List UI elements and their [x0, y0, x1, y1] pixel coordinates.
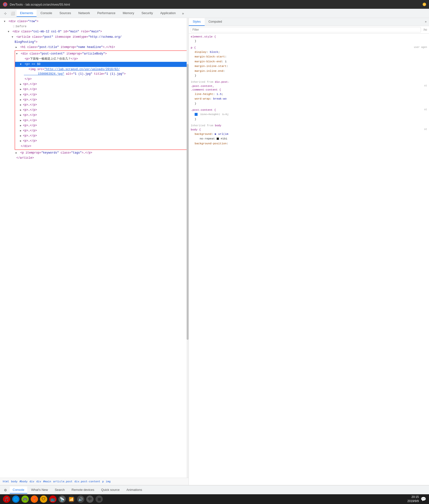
html-line[interactable]: <div class="post-content" itemprop="arti… [15, 51, 187, 56]
taskbar-app-icon[interactable]: 🎵 [3, 495, 10, 503]
styles-tab[interactable]: Styles [189, 18, 205, 26]
html-line-selected[interactable]: <p> == $0 [15, 62, 187, 67]
css-source-link[interactable]: user agen [414, 46, 427, 49]
minimize-button[interactable]: — [423, 3, 426, 6]
css-selector-2[interactable]: .comment-content { [191, 88, 427, 91]
tab-network[interactable]: Network [75, 10, 94, 17]
html-line[interactable]: <p>…</p> [15, 87, 187, 92]
html-line[interactable]: <p>…</p> [15, 97, 187, 102]
breadcrumb-div2[interactable]: div [36, 480, 42, 483]
triangle-icon[interactable] [16, 52, 19, 56]
html-line[interactable]: <p>…</p> [15, 128, 187, 133]
css-prop-background-cont[interactable]: no-repeat #1b1 [191, 136, 427, 141]
html-line[interactable]: </article> [0, 156, 189, 161]
css-prop-margin-inline-end[interactable]: margin-inline-end: [191, 69, 427, 73]
breadcrumb-p[interactable]: p [101, 480, 105, 483]
breadcrumb-article[interactable]: article.post [52, 480, 73, 483]
triangle-icon[interactable] [20, 93, 23, 97]
html-line[interactable]: <article class="post" itemscope itemtype… [0, 35, 189, 40]
breadcrumb-body-id[interactable]: #body [19, 480, 28, 483]
triangle-icon[interactable] [8, 30, 11, 34]
css-selector[interactable]: body { st [191, 128, 427, 131]
triangle-icon[interactable] [20, 98, 23, 102]
btab-search[interactable]: Search [52, 486, 68, 494]
triangle-icon[interactable] [20, 88, 23, 92]
breadcrumb-div1[interactable]: div [29, 480, 35, 483]
css-selector[interactable]: p { user agen [191, 46, 427, 49]
taskbar-cam-icon[interactable]: 📡 [58, 495, 66, 503]
html-line[interactable]: <p itemprop="keywords" class="tags">…</p… [0, 150, 189, 156]
html-line[interactable]: <p>下面每一幅都是上亿？你造几？</p> [15, 56, 187, 62]
triangle-icon[interactable] [16, 151, 19, 155]
html-line[interactable]: </p> [15, 77, 187, 82]
taskbar-gpu-icon[interactable]: 🎮 [21, 495, 29, 503]
html-line[interactable]: <img src="http://lab.scrapyd.cn/usr/uplo… [15, 67, 187, 77]
triangle-icon[interactable] [20, 134, 23, 138]
triangle-icon[interactable] [20, 108, 23, 112]
html-line[interactable]: <p>…</p> [15, 138, 187, 144]
html-line[interactable]: <div class="col-mb-12 col-8" id="main" r… [0, 29, 189, 34]
css-source-link[interactable]: st [424, 108, 427, 111]
device-toolbar-button[interactable]: ⬜ [9, 10, 16, 17]
css-prop-line-height[interactable]: line-height: 1.5; [191, 92, 427, 97]
html-line[interactable]: <div class="row"> [0, 19, 189, 24]
taskbar-maps-icon[interactable]: 📍 [31, 495, 38, 503]
html-line[interactable]: BlogPosting"> [0, 40, 189, 45]
btab-animations[interactable]: Animations [124, 486, 145, 494]
btab-remote-devices[interactable]: Remote devices [69, 486, 97, 494]
triangle-icon[interactable] [20, 103, 23, 107]
tab-performance[interactable]: Performance [94, 10, 119, 17]
taskbar-wifi-icon[interactable]: 📶 [68, 495, 75, 503]
css-prop-background[interactable]: background: ▶ url(im [191, 132, 427, 137]
styles-filter-input[interactable] [191, 27, 421, 32]
breadcrumb-main[interactable]: #main [42, 480, 52, 483]
triangle-icon[interactable] [20, 119, 23, 123]
taskbar-ime-icon[interactable]: 中 [86, 495, 94, 503]
breadcrumb-html[interactable]: html [2, 480, 10, 483]
css-prop-background-position[interactable]: background-position: [191, 141, 427, 146]
css-selector[interactable]: .post-content { st [191, 108, 427, 111]
tab-sources[interactable]: Sources [56, 10, 75, 17]
more-tabs-button[interactable]: » [181, 10, 185, 16]
css-prop-line-height-strikethrough[interactable]: line-height: 1.5; [191, 112, 427, 117]
inspect-element-button[interactable]: ⊹ [2, 10, 9, 17]
vertical-scrollbar[interactable] [187, 18, 189, 478]
btab-quick-source[interactable]: Quick source [98, 486, 123, 494]
scrollbar-thumb[interactable] [187, 64, 189, 340]
css-prop-display[interactable]: display: block; [191, 50, 427, 55]
html-line[interactable]: <p>…</p> [15, 102, 187, 108]
triangle-icon[interactable] [12, 35, 15, 39]
html-line[interactable]: <p>…</p> [15, 118, 187, 123]
elements-content[interactable]: <div class="row"> ::before <div class="c… [0, 18, 189, 478]
taskbar-media-icon[interactable]: 📺 [49, 495, 57, 503]
html-line[interactable]: <p>…</p> [15, 133, 187, 138]
triangle-icon[interactable] [20, 82, 23, 86]
btab-whats-new[interactable]: What's New [28, 486, 51, 494]
breadcrumb-post-content[interactable]: div.post-content [74, 480, 101, 483]
taskbar-notification-button[interactable]: 💬 [421, 496, 426, 502]
css-source-link[interactable]: st [424, 84, 427, 87]
triangle-icon[interactable] [16, 46, 19, 49]
css-prop-margin-block-start[interactable]: margin-block-start: [191, 54, 427, 59]
css-prop-margin-inline-start[interactable]: margin-inline-start: [191, 64, 427, 69]
checkbox-icon[interactable] [195, 113, 198, 116]
html-line[interactable]: <p>…</p> [15, 92, 187, 97]
html-line[interactable]: <p>…</p> [15, 123, 187, 128]
taskbar-grid-icon[interactable]: ⊞ [95, 495, 103, 503]
css-selector[interactable]: element.style { [191, 35, 427, 38]
triangle-icon[interactable] [20, 63, 23, 66]
tab-security[interactable]: Security [138, 10, 156, 17]
triangle-icon[interactable] [4, 20, 7, 24]
taskbar-browser-icon[interactable]: 🌐 [12, 495, 19, 503]
css-prop-margin-block-end[interactable]: margin-block-end: 1 [191, 59, 427, 64]
css-source-link[interactable]: st [424, 128, 427, 131]
computed-tab[interactable]: Computed [205, 18, 226, 26]
html-line[interactable]: ::before [0, 24, 189, 29]
breadcrumb-img[interactable]: img [105, 480, 111, 483]
tab-memory[interactable]: Memory [119, 10, 138, 17]
css-prop-word-wrap[interactable]: word-wrap: break-wo [191, 96, 427, 101]
triangle-icon[interactable] [20, 129, 23, 133]
triangle-icon[interactable] [20, 124, 23, 128]
html-line[interactable]: <p>…</p> [15, 113, 187, 118]
breadcrumb-body[interactable]: body [10, 480, 19, 483]
